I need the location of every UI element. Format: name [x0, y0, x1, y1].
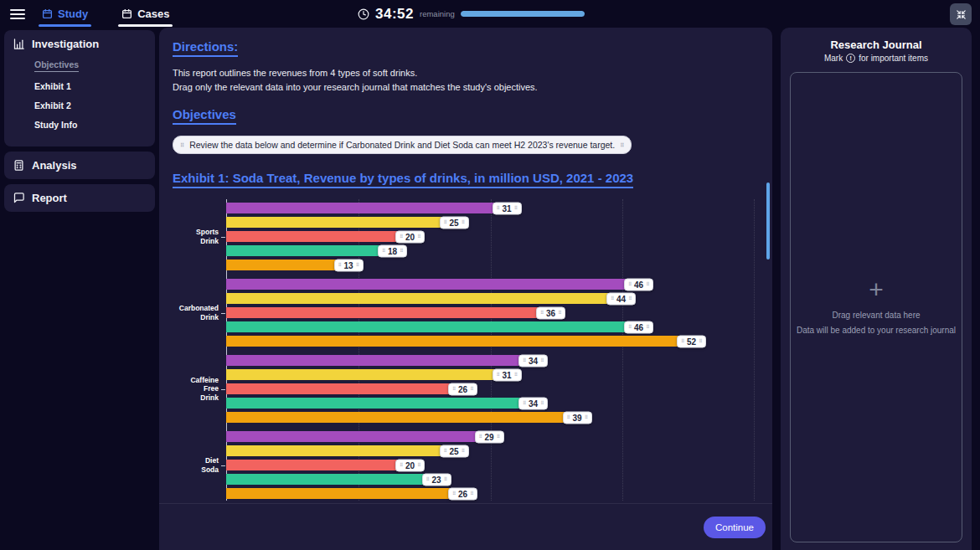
bar-value-chip[interactable]: ⠿46⠿: [624, 278, 653, 290]
bar-value-chip[interactable]: ⠿23⠿: [422, 473, 451, 486]
chart-bar-line: ⠿18⠿: [226, 245, 754, 256]
calculator-icon: [13, 159, 25, 172]
bar-value-chip[interactable]: ⠿44⠿: [606, 292, 636, 305]
drag-handle-icon: ⠿: [646, 282, 649, 287]
sidebar-section-investigation: Investigation Objectives Exhibit 1 Exhib…: [4, 30, 155, 146]
chart-bars-stack: ⠿29⠿⠿25⠿⠿20⠿⠿23⠿⠿26⠿: [226, 431, 754, 499]
chart-bar[interactable]: ⠿29⠿: [226, 431, 482, 442]
chart-bar[interactable]: ⠿20⠿: [226, 231, 402, 242]
tab-study[interactable]: Study: [37, 0, 93, 28]
bar-value: 34: [529, 356, 538, 365]
sidebar-item-objectives[interactable]: Objectives: [34, 59, 147, 72]
bar-value-chip[interactable]: ⠿25⠿: [440, 216, 469, 229]
chart-bar[interactable]: ⠿23⠿: [226, 474, 429, 485]
bar-value-chip[interactable]: ⠿39⠿: [563, 411, 592, 424]
bar-value: 25: [450, 446, 459, 455]
chart-bar[interactable]: ⠿25⠿: [226, 445, 446, 456]
chart-bar[interactable]: ⠿31⠿: [226, 369, 499, 380]
chart-category-group: CaffeineFreeDrink⠿34⠿⠿31⠿⠿26⠿⠿34⠿⠿39⠿: [173, 355, 759, 423]
journal-title: Research Journal: [781, 39, 972, 51]
bar-value-chip[interactable]: ⠿20⠿: [395, 230, 425, 243]
bar-value-chip[interactable]: ⠿31⠿: [493, 202, 522, 214]
timer: 34:52 remaining: [358, 0, 585, 28]
sidebar-analysis-label: Analysis: [32, 159, 76, 172]
chart-bar[interactable]: ⠿52⠿: [226, 336, 683, 347]
tab-cases[interactable]: Cases: [116, 0, 174, 28]
menu-button[interactable]: [10, 8, 25, 20]
sidebar: Investigation Objectives Exhibit 1 Exhib…: [0, 28, 159, 550]
bar-value-chip[interactable]: ⠿25⠿: [440, 445, 469, 457]
directions-line-2: Drag only the relevant data into your re…: [173, 80, 759, 95]
bar-value-chip[interactable]: ⠿36⠿: [536, 306, 565, 319]
bar-value: 23: [432, 475, 441, 484]
sidebar-section-report: Report: [4, 184, 155, 212]
sidebar-item-exhibit-1[interactable]: Exhibit 1: [34, 81, 147, 91]
bar-value: 46: [634, 280, 643, 289]
bar-value-chip[interactable]: ⠿26⠿: [448, 487, 477, 500]
drag-handle-icon: ⠿: [180, 142, 184, 148]
chart-category-label: DietSoda: [173, 431, 226, 499]
chart-bar-line: ⠿13⠿: [226, 260, 754, 270]
continue-button[interactable]: Continue: [704, 517, 766, 538]
chart-category-label: CarbonatedDrink: [173, 279, 226, 347]
sidebar-sub-list: Objectives Exhibit 1 Exhibit 2 Study Inf…: [34, 59, 147, 130]
collapse-button[interactable]: [950, 3, 972, 25]
timer-value: 34:52: [375, 6, 414, 23]
bar-value: 26: [458, 489, 467, 498]
chart-bar-line: ⠿34⠿: [226, 398, 754, 409]
drag-handle-icon: ⠿: [540, 358, 544, 363]
bar-value-chip[interactable]: ⠿31⠿: [493, 368, 522, 381]
timer-progress-track: [461, 11, 585, 17]
bar-value-chip[interactable]: ⠿18⠿: [378, 244, 407, 257]
sidebar-item-exhibit-2[interactable]: Exhibit 2: [34, 100, 147, 111]
chart-bar[interactable]: ⠿46⠿: [226, 279, 631, 290]
bar-value: 52: [687, 337, 696, 346]
chart-bar[interactable]: ⠿26⠿: [226, 383, 455, 394]
drag-handle-icon: ⠿: [585, 415, 588, 420]
bar-value-chip[interactable]: ⠿29⠿: [475, 430, 504, 443]
journal-subtitle-suffix: for important items: [859, 54, 928, 63]
journal-dropzone[interactable]: + Drag relevant data here Data will be a…: [790, 72, 962, 542]
chart-bar-line: ⠿34⠿: [226, 355, 754, 366]
sidebar-item-analysis[interactable]: Analysis: [13, 159, 147, 172]
chart-bar[interactable]: ⠿44⠿: [226, 293, 613, 304]
topbar: Study Cases 34:52 remaining: [0, 0, 980, 28]
chart-bar-line: ⠿25⠿: [226, 217, 754, 228]
bar-value-chip[interactable]: ⠿34⠿: [518, 397, 548, 409]
exhibit-chart: SportsDrink⠿31⠿⠿25⠿⠿20⠿⠿18⠿⠿13⠿Carbonate…: [173, 203, 759, 499]
bar-value-chip[interactable]: ⠿20⠿: [395, 459, 425, 471]
sidebar-item-report[interactable]: Report: [13, 192, 147, 204]
bar-value-chip[interactable]: ⠿26⠿: [448, 383, 477, 395]
chart-bar[interactable]: ⠿36⠿: [226, 307, 543, 318]
chart-bar[interactable]: ⠿31⠿: [226, 203, 499, 213]
scrollbar-thumb[interactable]: [766, 182, 770, 260]
calendar-icon: [121, 8, 132, 19]
bar-value-chip[interactable]: ⠿13⠿: [334, 259, 364, 271]
bar-value-chip[interactable]: ⠿46⠿: [624, 321, 653, 333]
chart-bar[interactable]: ⠿39⠿: [226, 412, 570, 423]
drag-handle-icon: ⠿: [558, 311, 561, 316]
chart-bar[interactable]: ⠿13⠿: [226, 260, 341, 270]
bar-value: 44: [616, 294, 626, 303]
chart-bar[interactable]: ⠿34⠿: [226, 355, 525, 366]
bar-value: 46: [634, 322, 643, 332]
objective-draggable-item[interactable]: ⠿ Review the data below and determine if…: [173, 136, 632, 154]
important-mark-icon: !: [846, 54, 855, 63]
chart-bar[interactable]: ⠿25⠿: [226, 217, 446, 228]
chart-bar[interactable]: ⠿18⠿: [226, 245, 384, 256]
chart-bar[interactable]: ⠿46⠿: [226, 321, 631, 332]
chart-bar[interactable]: ⠿20⠿: [226, 460, 402, 470]
bar-value: 39: [573, 413, 582, 422]
bar-value-chip[interactable]: ⠿52⠿: [677, 335, 706, 347]
bar-value: 29: [485, 432, 494, 441]
chart-bar-line: ⠿46⠿: [226, 321, 754, 332]
drag-handle-icon: ⠿: [444, 220, 447, 225]
drag-handle-icon: ⠿: [470, 491, 473, 496]
sidebar-item-study-info[interactable]: Study Info: [34, 120, 147, 130]
drag-handle-icon: ⠿: [497, 373, 500, 378]
sidebar-item-investigation[interactable]: Investigation: [13, 38, 147, 50]
axis-tick-icon: [221, 389, 225, 390]
chart-bar[interactable]: ⠿26⠿: [226, 488, 455, 499]
bar-value-chip[interactable]: ⠿34⠿: [518, 354, 548, 367]
chart-bar[interactable]: ⠿34⠿: [226, 398, 525, 409]
